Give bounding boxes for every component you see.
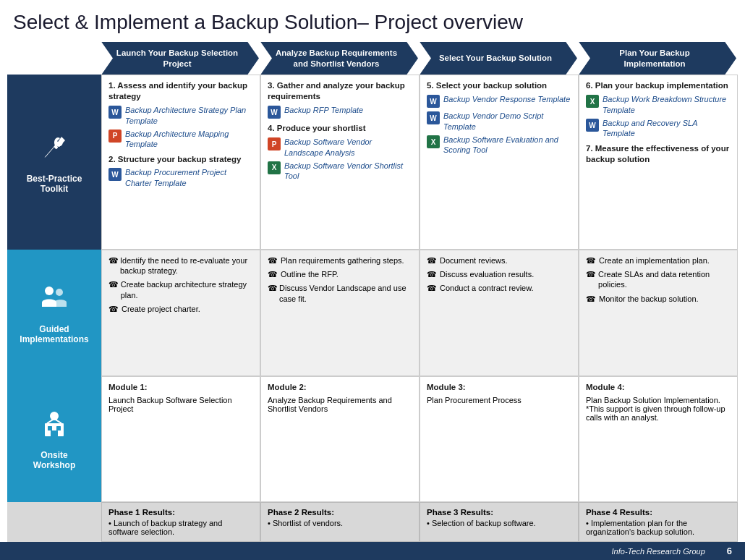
guided-icon (38, 282, 71, 321)
toolkit-cell-4: 6. Plan your backup implementation X Bac… (579, 75, 738, 249)
phase-results-row: Phase 1 Results: • Launch of backup stra… (7, 502, 738, 542)
doc-item: W Backup Architecture Strategy Plan Temp… (108, 105, 253, 126)
ppt-icon: P (108, 130, 122, 143)
onsite-module-2: Module 2: (268, 382, 412, 393)
doc-item: W Backup Procurement Project Charter Tem… (108, 167, 253, 188)
svg-point-0 (38, 131, 71, 164)
word-icon: W (108, 106, 122, 119)
bullet-item: ☎Plan requirements gathering steps. (268, 255, 412, 266)
row-label-onsite: OnsiteWorkshop (7, 376, 101, 502)
phone-icon: ☎ (427, 255, 437, 266)
phone-icon: ☎ (108, 255, 117, 266)
toolkit-cell-2: 3. Gather and analyze your backup requir… (260, 75, 420, 249)
onsite-cell-1: Module 1: Launch Backup Software Selecti… (101, 376, 260, 502)
header-col-3: Select Your Backup Solution (420, 42, 577, 75)
phase-cell-3: Phase 3 Results: • Selection of backup s… (420, 502, 579, 542)
onsite-desc-1: Launch Backup Software Selection Project (108, 396, 232, 413)
word-icon: W (268, 106, 281, 119)
doc-item: W Backup Vendor Demo Script Template (427, 111, 571, 132)
svg-rect-7 (56, 426, 61, 430)
phase-cell-1: Phase 1 Results: • Launch of backup stra… (101, 502, 260, 542)
bullet-item: ☎Monitor the backup solution. (586, 294, 731, 304)
doc-text: Backup and Recovery SLA Template (603, 118, 731, 139)
page-title: Select & Implement a Backup Solution– Pr… (0, 0, 745, 42)
header-col-4: Plan Your Backup Implementation (579, 42, 736, 75)
onsite-module-4: Module 4: (586, 382, 731, 393)
doc-text: Backup Software Evaluation and Scoring T… (443, 135, 571, 156)
doc-item: X Backup Software Evaluation and Scoring… (427, 135, 571, 156)
toolkit-cell-3: 5. Select your backup solution W Backup … (420, 75, 579, 249)
toolkit-section-title-1a: 1. Assess and identify your backup strat… (108, 80, 253, 102)
toolkit-section-title-2a: 3. Gather and analyze your backup requir… (268, 80, 412, 102)
phone-icon: ☎ (268, 255, 278, 266)
phase-bullet-2: • Shortlist of vendors. (268, 519, 412, 527)
guided-label: GuidedImplementations (20, 324, 88, 344)
phone-icon: ☎ (108, 279, 118, 289)
ppt-icon: P (268, 137, 281, 150)
phase-bullet-4: • Implementation plan for the organizati… (586, 519, 731, 536)
doc-text: Backup Architecture Strategy Plan Templa… (125, 105, 253, 126)
bullet-item: ☎Identify the need to re-evaluate your b… (108, 255, 253, 276)
phase-title-2: Phase 2 Results: (268, 508, 412, 517)
onsite-label: OnsiteWorkshop (33, 450, 75, 470)
bullet-item: ☎Create project charter. (108, 304, 253, 314)
toolkit-section-title-4a: 6. Plan your backup implementation (586, 80, 731, 91)
toolkit-cell-1: 1. Assess and identify your backup strat… (101, 75, 260, 249)
bullet-item: ☎Document reviews. (427, 255, 571, 266)
phase-title-4: Phase 4 Results: (586, 508, 731, 517)
doc-item: W Backup and Recovery SLA Template (586, 118, 731, 139)
onsite-cell-4: Module 4: Plan Backup Solution Implement… (579, 376, 738, 502)
guided-cell-2: ☎Plan requirements gathering steps. ☎Out… (260, 250, 420, 376)
phase-title-3: Phase 3 Results: (427, 508, 571, 517)
phase-bullet-1: • Launch of backup strategy and software… (108, 519, 253, 536)
toolkit-section-title-4b: 7. Measure the effectiveness of your bac… (586, 143, 731, 165)
footer-company: Info-Tech Research Group (612, 547, 705, 556)
onsite-desc-3: Plan Procurement Process (427, 396, 522, 404)
bullet-item: ☎Create backup architecture strategy pla… (108, 279, 253, 300)
onsite-icon (38, 409, 71, 447)
bullet-item: ☎Discuss evaluation results. (427, 269, 571, 279)
guided-cell-4: ☎Create an implementation plan. ☎Create … (579, 250, 738, 376)
onsite-desc-4: Plan Backup Solution Implementation.*Thi… (586, 396, 725, 422)
header-spacer (7, 42, 101, 75)
phase-cell-4: Phase 4 Results: • Implementation plan f… (579, 502, 738, 542)
phone-icon: ☎ (108, 304, 119, 314)
guided-cell-3: ☎Document reviews. ☎Discuss evaluation r… (420, 250, 579, 376)
main-grid: Best-PracticeToolkit 1. Assess and ident… (7, 75, 738, 502)
doc-item: W Backup Vendor Response Template (427, 94, 571, 108)
doc-item: W Backup RFP Template (268, 105, 412, 119)
excel-icon: X (427, 135, 440, 148)
toolkit-section-title-1b: 2. Structure your backup strategy (108, 154, 253, 165)
doc-text: Backup Vendor Demo Script Template (443, 111, 571, 132)
svg-rect-6 (48, 426, 52, 430)
header-row: Launch Your Backup Selection Project Ana… (7, 42, 738, 75)
header-col-2: Analyze Backup Requirements and Shortlis… (260, 42, 418, 75)
doc-item: X Backup Work Breakdown Structure Templa… (586, 94, 731, 115)
svg-rect-8 (51, 430, 58, 436)
phase-cell-2: Phase 2 Results: • Shortlist of vendors. (260, 502, 420, 542)
doc-item: P Backup Software Vendor Landscape Analy… (268, 137, 412, 158)
phase-title-1: Phase 1 Results: (108, 508, 253, 517)
phone-icon: ☎ (586, 269, 595, 279)
toolkit-section-title-3a: 5. Select your backup solution (427, 80, 571, 91)
tools-icon (38, 131, 71, 169)
doc-text: Backup RFP Template (284, 105, 363, 115)
phone-icon: ☎ (427, 269, 437, 279)
doc-text: Backup Vendor Response Template (443, 94, 570, 104)
word-icon: W (427, 95, 440, 108)
excel-icon: X (268, 161, 281, 174)
doc-text: Backup Software Vendor Shortlist Tool (284, 161, 412, 182)
bullet-item: ☎Outline the RFP. (268, 269, 412, 279)
onsite-module-1: Module 1: (108, 382, 253, 393)
word-icon: W (427, 111, 440, 124)
onsite-module-3: Module 3: (427, 382, 571, 393)
word-icon: W (108, 168, 122, 181)
phone-icon: ☎ (586, 255, 596, 266)
doc-text: Backup Architecture Mapping Template (125, 129, 253, 150)
phase-spacer (7, 502, 101, 542)
guided-cell-1: ☎Identify the need to re-evaluate your b… (101, 250, 260, 376)
svg-point-3 (56, 289, 63, 296)
onsite-desc-2: Analyze Backup Requirements and Shortlis… (268, 396, 392, 413)
footer-page: 6 (727, 546, 732, 556)
header-col-1: Launch Your Backup Selection Project (101, 42, 259, 75)
